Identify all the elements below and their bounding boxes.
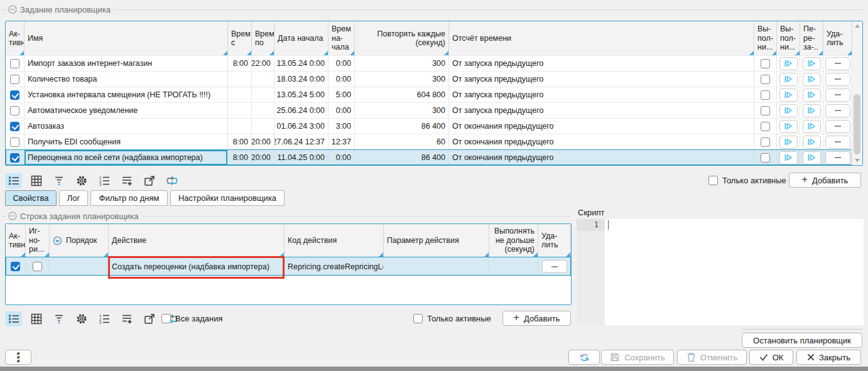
- cell-time-to[interactable]: [252, 87, 274, 102]
- cell-name[interactable]: Импорт заказов интернет-магазин: [24, 56, 228, 71]
- col-header-repeat-seconds[interactable]: Повторять каждые (секунд): [355, 21, 449, 55]
- numbered-list-button[interactable]: 123: [95, 173, 112, 188]
- row-checkbox-executed[interactable]: [761, 59, 770, 68]
- cell-rerun[interactable]: [800, 150, 823, 165]
- settings-gear-button[interactable]: [73, 173, 90, 188]
- scrollbar-down-arrow[interactable]: [852, 156, 862, 165]
- cell-timing-mode[interactable]: От запуска предыдущего: [449, 72, 754, 87]
- cell-repeat-seconds[interactable]: 604 800: [355, 87, 449, 102]
- cell-active[interactable]: [6, 150, 24, 165]
- tab-2[interactable]: Лог: [59, 190, 88, 206]
- cell-delete[interactable]: [538, 257, 571, 276]
- rerun-button[interactable]: [803, 104, 821, 117]
- cell-start-date[interactable]: 18.03.24 0:00: [274, 72, 328, 87]
- delete-row-button[interactable]: [825, 136, 850, 149]
- cell-name[interactable]: Количество товара: [24, 72, 228, 87]
- list-view-button[interactable]: [5, 311, 22, 326]
- cell-execute[interactable]: [777, 103, 800, 118]
- execute-button[interactable]: [779, 120, 798, 133]
- cell-delete[interactable]: [823, 56, 852, 71]
- cell-ignore[interactable]: [26, 257, 50, 276]
- cell-executed[interactable]: [754, 56, 777, 71]
- script-editor[interactable]: 1: [577, 219, 864, 325]
- table-row[interactable]: Автозаказ01.06.24 3:003:0086 400От оконч…: [6, 118, 862, 134]
- cell-execute[interactable]: [777, 134, 800, 149]
- table-row[interactable]: Установка интервала смещения (НЕ ТРОГАТЬ…: [6, 87, 862, 102]
- cell-order[interactable]: [50, 257, 109, 276]
- cell-time-to[interactable]: 22:00: [252, 56, 274, 71]
- row-checkbox-active[interactable]: [10, 122, 19, 131]
- cell-repeat-seconds[interactable]: 86 400: [355, 119, 449, 134]
- only-active-checkbox-2[interactable]: [413, 314, 423, 323]
- row-checkbox-active[interactable]: [10, 90, 19, 100]
- delete-row-button[interactable]: [825, 151, 850, 164]
- delete-row-button[interactable]: [825, 120, 850, 133]
- reload-button[interactable]: [163, 173, 180, 188]
- settings-gear-button[interactable]: [73, 311, 90, 326]
- close-button[interactable]: Закрыть: [796, 350, 861, 365]
- col-header-execute[interactable]: Вы- пол- ни...: [777, 21, 800, 55]
- table-row[interactable]: Количество товара18.03.24 0:000:00300От …: [6, 71, 862, 87]
- cell-timing-mode[interactable]: От окончания предыдущего: [449, 134, 754, 149]
- only-active-checkbox[interactable]: [708, 176, 718, 185]
- filter-button[interactable]: [50, 311, 67, 326]
- refresh-button[interactable]: [568, 350, 600, 365]
- cell-active[interactable]: [6, 56, 24, 71]
- col-header-action-param[interactable]: Параметр действия: [384, 224, 489, 257]
- add-row-button[interactable]: [118, 311, 135, 326]
- col-header-active[interactable]: Ак- тивн: [6, 21, 24, 55]
- cell-rerun[interactable]: [800, 87, 823, 102]
- cell-time-to[interactable]: [252, 103, 274, 118]
- cell-executed[interactable]: [754, 103, 777, 118]
- cell-rerun[interactable]: [800, 72, 823, 87]
- cell-execute[interactable]: [777, 56, 800, 71]
- row-checkbox-active[interactable]: [10, 59, 19, 68]
- row-checkbox-active[interactable]: [10, 75, 19, 84]
- cell-time-from[interactable]: [228, 87, 252, 102]
- cancel-button[interactable]: Отменить: [677, 350, 747, 365]
- cell-name[interactable]: Получить EDI сообщения: [24, 134, 228, 149]
- rerun-button[interactable]: [803, 136, 821, 149]
- col-header-ignore[interactable]: Иг- но- ри...: [26, 224, 50, 257]
- cell-start-date[interactable]: 27.06.24 12:37: [274, 134, 328, 149]
- table-scrollbar[interactable]: [852, 21, 862, 165]
- cell-start-date[interactable]: 01.06.24 3:00: [274, 119, 328, 134]
- cell-active[interactable]: [6, 103, 24, 118]
- scrollbar-up-arrow[interactable]: [852, 21, 862, 31]
- col-header-start-time[interactable]: Врем на- чала: [328, 21, 355, 55]
- add-task-button[interactable]: + Добавить: [789, 173, 861, 188]
- cell-delete[interactable]: [823, 103, 852, 118]
- cell-time-from[interactable]: [228, 72, 252, 87]
- cell-repeat-seconds[interactable]: 300: [355, 56, 449, 71]
- cell-time-from[interactable]: 8:00: [228, 134, 252, 149]
- numbered-list-button[interactable]: 123: [95, 311, 112, 326]
- cell-start-time[interactable]: 12:37: [328, 134, 355, 149]
- cell-name[interactable]: Автозаказ: [24, 119, 228, 134]
- row-checkbox-executed[interactable]: [761, 137, 770, 147]
- execute-button[interactable]: [779, 104, 798, 117]
- cell-rerun[interactable]: [800, 56, 823, 71]
- col-header-time-from[interactable]: Врем с: [228, 21, 252, 55]
- table-row[interactable]: Импорт заказов интернет-магазин8:0022:00…: [6, 55, 862, 71]
- col-header-name[interactable]: Имя: [24, 21, 228, 55]
- cell-executed[interactable]: [754, 87, 777, 102]
- table-row[interactable]: Переоценка по всей сети (надбавка импорт…: [6, 149, 862, 165]
- col-header-action[interactable]: Действие: [109, 224, 285, 257]
- delete-row-button[interactable]: [542, 260, 567, 273]
- table-row[interactable]: Получить EDI сообщения8:0020:0027.06.24 …: [6, 134, 862, 149]
- add-task-line-button[interactable]: + Добавить: [502, 311, 571, 326]
- cell-start-time[interactable]: 0:00: [328, 150, 355, 165]
- delete-row-button[interactable]: [825, 73, 850, 86]
- cell-start-date[interactable]: 11.04.25 0:00: [274, 150, 328, 165]
- cell-delete[interactable]: [823, 87, 852, 102]
- execute-button[interactable]: [779, 136, 798, 149]
- cell-rerun[interactable]: [800, 134, 823, 149]
- row-checkbox-executed[interactable]: [761, 153, 770, 163]
- cell-repeat-seconds[interactable]: 300: [355, 103, 449, 118]
- col-header-max-duration[interactable]: Выполнять не дольше (секунд): [489, 224, 538, 257]
- cell-repeat-seconds[interactable]: 300: [355, 72, 449, 87]
- col-header-order[interactable]: Порядок: [50, 224, 109, 257]
- cell-name[interactable]: Автоматическое уведомление: [24, 103, 228, 118]
- col-header-delete[interactable]: Уда- лить: [538, 224, 571, 257]
- cell-timing-mode[interactable]: От окончания предыдущего: [449, 119, 754, 134]
